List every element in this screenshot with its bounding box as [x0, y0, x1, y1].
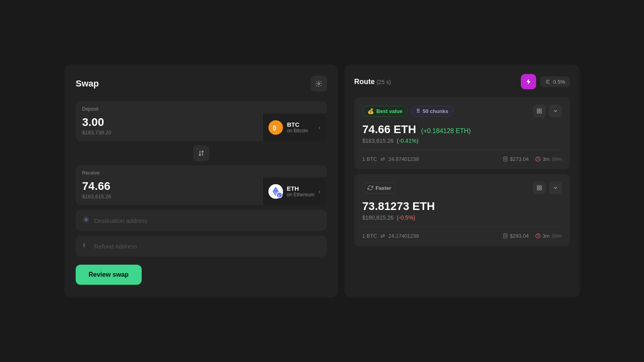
faster-badge: Faster — [362, 183, 396, 193]
receive-box: Receive 74.66 $183,615.26 — [76, 165, 327, 205]
refund-address-box[interactable]: ₿ — [76, 236, 327, 257]
receive-usd: $183,615.26 — [82, 193, 256, 200]
grid-icon-2 — [537, 185, 542, 191]
refund-address-input[interactable] — [94, 243, 320, 250]
best-value-badge: 💰 Best value — [362, 106, 408, 117]
slippage-value: 0.5% — [553, 79, 565, 85]
slippage-button[interactable]: 0.5% — [540, 76, 570, 87]
receive-amount: 74.66 — [82, 180, 256, 193]
route-card-2-usd-row: $180,615.26 (-0.5%) — [362, 214, 562, 221]
route-card-1-swap-info: 1 BTC ⇄ 24.87401238 — [362, 156, 419, 162]
route-card-2-fee-value: $293.04 — [510, 233, 529, 239]
receive-token-info: ETH on Ethereum — [287, 185, 315, 197]
receive-token-chain: on Ethereum — [287, 192, 315, 197]
svg-rect-18 — [504, 157, 507, 161]
route-card-2-usd: $180,615.26 — [362, 214, 394, 221]
deposit-box: Deposit 3.00 $183,738.20 ₿ BTC on Bitcoi… — [76, 101, 327, 141]
route-card-2-meta: $293.04 3m 28m — [503, 233, 562, 239]
best-value-icon: 💰 — [367, 108, 374, 114]
svg-rect-14 — [537, 109, 539, 111]
receive-token-selector[interactable]: Ξ ETH on Ethereum › — [262, 177, 327, 205]
route-card-2-dropdown-button[interactable] — [549, 181, 562, 194]
lightning-icon — [525, 78, 532, 85]
faster-label: Faster — [376, 185, 391, 191]
route-card-1-usd-row: $183,615.26 (-0.41%) — [362, 138, 562, 144]
swap-header: Swap — [76, 76, 327, 92]
svg-text:₿: ₿ — [273, 124, 276, 131]
btc-address-icon: ₿ — [83, 242, 89, 250]
swap-icon-2: ⇄ — [380, 232, 385, 239]
route-card-1-from: 1 BTC — [362, 156, 377, 162]
clock-icon — [535, 156, 541, 162]
route-card-1-dropdown-button[interactable] — [549, 105, 562, 117]
deposit-token-chain: on Bitcoin — [287, 128, 314, 134]
svg-rect-25 — [540, 188, 541, 190]
chunks-badge: ⠿ 50 chunks — [411, 106, 454, 117]
svg-text:Ξ: Ξ — [278, 194, 280, 197]
route-card-1-fee-value: $273.04 — [510, 156, 529, 162]
route-card-2-swap-info: 1 BTC ⇄ 24.17401238 — [362, 232, 419, 239]
route-card-2-time: 3m 28m — [535, 233, 562, 239]
destination-address-box[interactable] — [76, 210, 327, 231]
receive-token-symbol: ETH — [287, 185, 315, 192]
chunks-label: 50 chunks — [423, 108, 448, 114]
deposit-usd: $183,738.20 — [82, 130, 256, 136]
route-card-1-eth-bonus: (+0.184128 ETH) — [421, 128, 471, 134]
route-panel: Route (25 s) 0.5% — [345, 64, 580, 298]
svg-rect-15 — [540, 109, 541, 111]
swap-direction-button[interactable] — [193, 145, 209, 161]
route-card-2-eth-amount: 73.81273 ETH — [362, 200, 435, 212]
route-card-2-pct: (-0.5%) — [397, 214, 415, 221]
route-title-group: Route (25 s) — [354, 78, 391, 86]
swap-icon: ⇄ — [380, 156, 385, 162]
eth-icon: Ξ — [268, 184, 283, 199]
svg-point-0 — [318, 83, 320, 85]
btc-icon: ₿ — [268, 120, 283, 135]
lightning-button[interactable] — [521, 74, 536, 89]
route-card-2-badges: Faster — [362, 183, 396, 193]
route-card-best: 💰 Best value ⠿ 50 chunks — [354, 97, 570, 169]
grid-icon — [537, 108, 542, 114]
best-value-label: Best value — [376, 108, 402, 114]
route-card-2-from: 1 BTC — [362, 233, 377, 239]
route-card-1-usd: $183,615.26 — [362, 138, 394, 144]
route-card-2-expand-button[interactable] — [533, 181, 546, 194]
svg-marker-9 — [85, 218, 87, 222]
swap-arrows-icon — [198, 150, 204, 156]
route-card-1-eth-row: 74.66 ETH (+0.184128 ETH) — [362, 123, 562, 136]
route-card-1-meta: $273.04 3m 28m — [503, 156, 562, 162]
swap-arrow-wrapper — [76, 145, 327, 161]
route-card-1-time: 3m 28m — [535, 156, 562, 162]
gear-icon — [315, 80, 322, 87]
deposit-label: Deposit — [76, 101, 327, 113]
route-card-1-badges: 💰 Best value ⠿ 50 chunks — [362, 106, 454, 117]
deposit-token-selector[interactable]: ₿ BTC on Bitcoin › — [262, 113, 327, 141]
deposit-token-symbol: BTC — [287, 121, 314, 128]
route-card-1-header: 💰 Best value ⠿ 50 chunks — [362, 105, 562, 117]
route-card-2-actions — [533, 181, 562, 194]
svg-rect-24 — [537, 188, 539, 190]
svg-rect-16 — [537, 111, 539, 113]
route-card-1-expand-button[interactable] — [533, 105, 546, 117]
route-card-2-eth-row: 73.81273 ETH — [362, 200, 562, 213]
destination-address-input[interactable] — [94, 217, 320, 224]
faster-icon — [367, 185, 373, 191]
route-card-1-details: 1 BTC ⇄ 24.87401238 $273.04 — [362, 150, 562, 162]
svg-rect-26 — [504, 234, 507, 238]
review-swap-button[interactable]: Review swap — [76, 265, 142, 285]
route-card-1-time-max: 28m — [552, 156, 562, 162]
svg-rect-22 — [537, 186, 539, 187]
svg-text:₿: ₿ — [83, 243, 85, 247]
chevron-down-icon — [553, 108, 558, 114]
route-card-1-actions — [533, 105, 562, 117]
receipt-icon-2 — [503, 233, 508, 239]
route-header-actions: 0.5% — [521, 74, 570, 89]
route-card-2-header: Faster — [362, 181, 562, 194]
deposit-amount: 3.00 — [82, 116, 256, 129]
settings-button[interactable] — [311, 76, 327, 92]
eth-address-icon — [83, 216, 89, 224]
route-card-1-time-min: 3m — [543, 156, 550, 162]
route-timer: (25 s) — [376, 79, 391, 85]
svg-rect-23 — [540, 186, 541, 187]
route-card-2-fee: $293.04 — [503, 233, 529, 239]
